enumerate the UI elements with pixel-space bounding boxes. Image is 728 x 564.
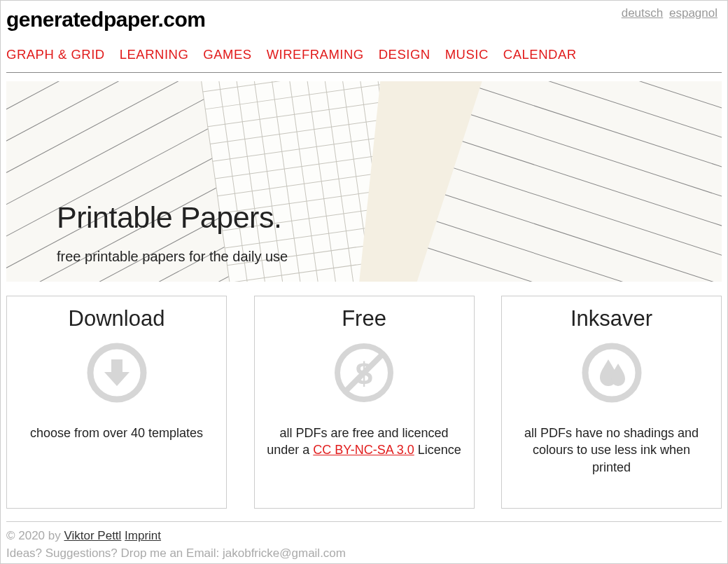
footer-contact: Ideas? Suggestions? Drop me an Email: ja… [6, 545, 722, 563]
imprint-link[interactable]: Imprint [125, 529, 161, 542]
hero-banner: Printable Papers. free printable papers … [6, 81, 722, 282]
nav-calendar[interactable]: CALENDAR [503, 47, 577, 62]
nav-design[interactable]: DESIGN [379, 47, 430, 62]
lang-link-deutsch[interactable]: deutsch [622, 6, 664, 20]
nav-music[interactable]: MUSIC [445, 47, 489, 62]
card-text-after: Licence [414, 443, 461, 457]
hero-title: Printable Papers. [57, 200, 288, 235]
card-title: Free [266, 306, 463, 331]
card-inksaver: Inksaver all PDFs have no shadings and c… [501, 296, 722, 509]
card-title: Inksaver [513, 306, 710, 331]
card-text: all PDFs have no shadings and colours to… [513, 425, 710, 476]
nav-games[interactable]: GAMES [203, 47, 251, 62]
nav-wireframing[interactable]: WIREFRAMING [267, 47, 364, 62]
site-logo[interactable]: generatedpaper.com [6, 8, 722, 32]
download-icon [85, 341, 148, 404]
footer: © 2020 by Viktor Pettl Imprint Ideas? Su… [6, 521, 722, 562]
copyright-pre: © 2020 by [6, 529, 64, 542]
nav-graph-grid[interactable]: GRAPH & GRID [6, 47, 105, 62]
author-link[interactable]: Viktor Pettl [64, 529, 121, 542]
inksaver-icon [580, 341, 643, 404]
no-cost-icon: $ [332, 341, 396, 404]
licence-link[interactable]: CC BY-NC-SA 3.0 [313, 443, 414, 457]
main-nav: GRAPH & GRID LEARNING GAMES WIREFRAMING … [6, 47, 722, 73]
card-free: Free $ all PDFs are free and licenced un… [254, 296, 475, 509]
card-download: Download choose from over 40 templates [6, 296, 227, 509]
nav-learning[interactable]: LEARNING [120, 47, 189, 62]
hero-subtitle: free printable papers for the daily use [57, 249, 288, 265]
lang-link-espagnol[interactable]: espagnol [669, 6, 718, 20]
card-title: Download [18, 306, 215, 331]
card-text: choose from over 40 templates [18, 425, 215, 441]
card-text: all PDFs are free and licenced under a C… [266, 425, 463, 459]
feature-cards: Download choose from over 40 templates F… [6, 296, 722, 509]
